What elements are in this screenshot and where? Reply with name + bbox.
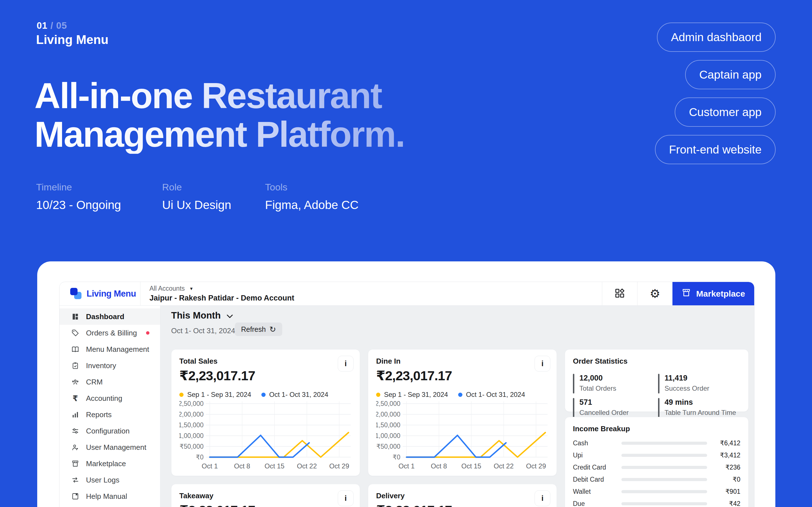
order-statistics-card: Order Statistics 12,000Total Orders 11,4…: [565, 349, 749, 412]
stat-divider: [573, 398, 574, 418]
admin-dashboard-screenshot: Living Menu All Accounts▼ Jaipur - Rakes…: [59, 282, 754, 507]
svg-text:₹2,00,000: ₹2,00,000: [179, 411, 204, 418]
sidebar-item-orders-billing[interactable]: Orders & Billing: [59, 325, 160, 341]
stat-success-order: 11,419Success Order: [658, 374, 709, 393]
svg-text:₹2,50,000: ₹2,50,000: [376, 400, 400, 407]
sidebar-item-label: CRM: [86, 378, 103, 386]
marketplace-button[interactable]: Marketplace: [672, 282, 754, 305]
sidebar-item-dashboard[interactable]: Dashboard: [59, 308, 160, 325]
bar-track: [621, 490, 707, 493]
svg-text:₹1,50,000: ₹1,50,000: [179, 421, 204, 429]
svg-text:Oct 15: Oct 15: [264, 462, 285, 470]
info-button[interactable]: i: [535, 490, 550, 506]
info-button[interactable]: i: [535, 356, 550, 372]
delivery-card: Delivery ₹2,23,017.17 i: [368, 484, 557, 507]
menu-book-icon: [71, 345, 80, 353]
brand-logo[interactable]: Living Menu: [59, 282, 140, 305]
sidebar-item-configuration[interactable]: Configuration: [59, 423, 160, 439]
bar-track: [621, 454, 707, 457]
svg-text:Oct 29: Oct 29: [526, 462, 546, 470]
sidebar-item-label: Marketplace: [86, 459, 126, 468]
total-sales-card: Total Sales ₹2,23,017.17 i Sep 1 - Sep 3…: [171, 349, 360, 476]
sidebar-item-reports[interactable]: Reports: [59, 406, 160, 423]
refresh-icon: ↻: [269, 325, 276, 334]
brand-name: Living Menu: [87, 289, 136, 299]
sidebar-item-label: User Management: [86, 443, 146, 452]
meta-role: Role Ui Ux Design: [162, 182, 231, 212]
tag-icon: [71, 329, 80, 337]
settings-button[interactable]: ⚙: [637, 282, 672, 305]
account-switcher[interactable]: All Accounts▼ Jaipur - Rakesh Patidar - …: [140, 282, 294, 305]
card-value: ₹2,23,017.17: [179, 368, 352, 383]
mockup-container: Living Menu All Accounts▼ Jaipur - Rakes…: [37, 262, 775, 507]
slide-index: 01 / 05: [37, 20, 67, 31]
gear-icon: ⚙: [650, 288, 660, 300]
storefront-icon: [71, 460, 80, 467]
sidebar-item-user-management[interactable]: User Management: [59, 439, 160, 455]
period-selector[interactable]: This Month: [171, 310, 233, 321]
sidebar-item-inventory[interactable]: Inventory: [59, 357, 160, 374]
sidebar-item-label: Dashboard: [86, 313, 124, 321]
sidebar-item-marketplace[interactable]: Marketplace: [59, 455, 160, 472]
card-title: Total Sales: [179, 357, 352, 365]
legend-dot-sep: [179, 393, 184, 397]
sidebar-item-menu-management[interactable]: Menu Management: [59, 341, 160, 357]
legend-dot-sep: [376, 393, 380, 397]
svg-text:₹0: ₹0: [393, 453, 400, 461]
stat-table-turnaround: 49 minsTable Turn Around Time: [658, 398, 736, 418]
refresh-label: Refresh: [241, 325, 266, 334]
card-title: Dine In: [376, 357, 549, 365]
stat-divider: [573, 374, 574, 393]
bar-track: [621, 478, 707, 481]
svg-text:₹50,000: ₹50,000: [376, 443, 400, 450]
total-sales-chart: Oct 1Oct 8Oct 15Oct 22Oct 29₹0₹50,000₹1,…: [179, 397, 352, 473]
svg-text:Oct 8: Oct 8: [431, 462, 447, 470]
sliders-icon: [71, 427, 80, 435]
info-button[interactable]: i: [338, 490, 354, 506]
notification-dot: [146, 331, 149, 335]
sidebar-item-user-logs[interactable]: User Logs: [59, 472, 160, 488]
apps-button[interactable]: [602, 282, 637, 305]
sidebar-item-label: Menu Management: [86, 345, 149, 354]
pill-customer-app[interactable]: Customer app: [675, 98, 776, 127]
sidebar-item-help-manual[interactable]: Help Manual: [59, 488, 160, 504]
card-value: ₹2,23,017.17: [376, 503, 549, 507]
bar-track: [621, 466, 707, 469]
dashboard-icon: [71, 313, 80, 321]
meta-tools: Tools Figma, Adobe CC: [265, 182, 359, 212]
swap-icon: [71, 476, 80, 484]
deliverable-pills: Admin dashbaord Captain app Customer app…: [655, 22, 776, 164]
pill-captain-app[interactable]: Captain app: [685, 60, 776, 89]
info-button[interactable]: i: [338, 356, 354, 372]
income-row-debit-card: Debit Card ₹0: [565, 473, 748, 486]
chart-legend: Sep 1 - Sep 31, 2024 Oct 1- Oct 31, 2024: [368, 383, 557, 399]
portfolio-page: 01 / 05 Living Menu All-in-one Restauran…: [0, 0, 812, 507]
sidebar-item-crm[interactable]: CRM: [59, 374, 160, 390]
svg-text:Oct 8: Oct 8: [234, 462, 250, 470]
card-title: Delivery: [376, 492, 549, 500]
clipboard-icon: [71, 362, 80, 370]
sidebar-item-label: Orders & Billing: [86, 329, 137, 337]
period-label: This Month: [171, 310, 221, 321]
chevron-down-icon: [226, 310, 233, 321]
pill-admin-dashboard[interactable]: Admin dashbaord: [657, 22, 776, 52]
bar-track: [621, 442, 707, 445]
income-row-cash: Cash ₹6,412: [565, 437, 748, 449]
svg-text:₹2,00,000: ₹2,00,000: [376, 411, 400, 418]
sidebar-item-label: Inventory: [86, 361, 116, 370]
storefront-icon: [681, 288, 691, 299]
sidebar-item-accounting[interactable]: ₹ Accounting: [59, 390, 160, 406]
bar-chart-icon: [71, 411, 80, 418]
card-value: ₹2,23,017.17: [179, 503, 352, 507]
sidebar-item-label: Configuration: [86, 427, 130, 436]
sidebar-item-label: User Logs: [86, 476, 119, 485]
page-title: All-in-one RestaurantManagement Platform…: [35, 76, 405, 154]
income-breakup-card: Income Breakup Cash ₹6,412 Upi ₹3,412 Cr…: [565, 417, 749, 507]
group-icon: [71, 378, 80, 386]
refresh-button[interactable]: Refresh ↻: [235, 323, 282, 336]
project-name: Living Menu: [36, 33, 109, 47]
pill-frontend-website[interactable]: Front-end website: [655, 135, 776, 164]
svg-text:Oct 29: Oct 29: [329, 462, 349, 470]
svg-text:₹1,50,000: ₹1,50,000: [376, 421, 400, 429]
svg-text:Oct 22: Oct 22: [297, 462, 317, 470]
